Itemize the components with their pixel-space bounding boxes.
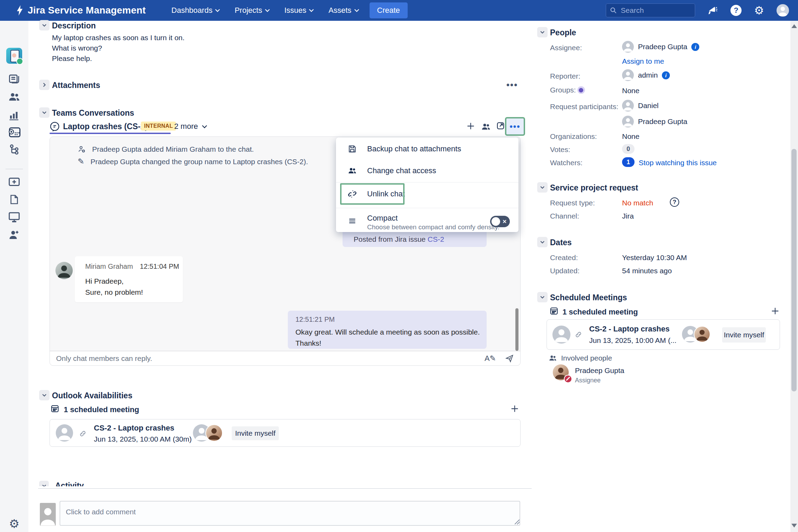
search-box[interactable] xyxy=(606,3,695,17)
meetings-title: Scheduled Meetings xyxy=(550,293,627,302)
scheduled-meeting-card[interactable]: CS-2 - Laptop crashes Jun 13, 2025, 10:0… xyxy=(547,319,780,350)
customers-icon[interactable] xyxy=(0,91,28,103)
reports-icon[interactable] xyxy=(0,109,28,121)
compact-toggle[interactable]: ✕ xyxy=(490,216,510,227)
link-icon xyxy=(79,430,87,437)
participant-name[interactable]: Pradeep Gupta xyxy=(638,117,687,126)
outlook-calendar-icon[interactable] xyxy=(0,126,28,139)
send-icon[interactable] xyxy=(505,354,514,363)
question-circle-icon[interactable]: ? xyxy=(670,197,679,207)
settings-gear-icon[interactable]: ⚙ xyxy=(754,5,764,16)
add-meeting-plus-icon[interactable] xyxy=(770,306,780,316)
chat-members-icon[interactable] xyxy=(481,122,491,132)
assignee-label: Assignee: xyxy=(550,44,582,52)
hierarchy-icon[interactable] xyxy=(0,143,28,156)
scroll-down-arrow[interactable] xyxy=(791,524,797,527)
person-add-icon xyxy=(78,145,86,153)
search-input[interactable] xyxy=(620,6,687,15)
chat-more-options-button[interactable]: ••• xyxy=(505,117,525,136)
ellipsis-icon: ••• xyxy=(509,125,520,128)
invite-myself-button[interactable]: Invite myself xyxy=(232,426,279,440)
textarea-resize-handle[interactable] xyxy=(515,520,520,524)
involved-people-icon xyxy=(549,354,557,362)
user-avatar[interactable] xyxy=(777,4,789,17)
chat-scrollbar-thumb[interactable] xyxy=(515,308,518,351)
open-in-teams-icon[interactable] xyxy=(496,121,506,131)
invite-myself-button[interactable]: Invite myself xyxy=(722,327,766,343)
message-time: 12:51:04 PM xyxy=(140,263,179,271)
nav-dashboards[interactable]: Dashboards xyxy=(171,6,220,15)
assign-to-me-link[interactable]: Assign to me xyxy=(622,57,664,65)
people-collapse-chevron[interactable] xyxy=(537,27,548,37)
menu-item-backup-chat[interactable]: Backup chat to attachments xyxy=(336,138,518,160)
nav-projects[interactable]: Projects xyxy=(234,6,269,15)
queues-icon[interactable] xyxy=(0,73,28,85)
meetings-collapse-chevron[interactable] xyxy=(537,292,548,302)
chevron-down-icon xyxy=(540,294,545,300)
outlook-meeting-card[interactable]: CS-2 - Laptop crashes Jun 13, 2025, 10:0… xyxy=(50,419,521,447)
internal-badge: INTERNAL xyxy=(141,122,176,131)
teams-collapse-chevron[interactable] xyxy=(39,107,50,118)
project-avatar[interactable] xyxy=(0,48,28,64)
meeting-title: CS-2 - Laptop crashes xyxy=(94,424,174,433)
add-shortcut-icon[interactable] xyxy=(0,177,28,187)
request-type-label: Request type: xyxy=(550,199,595,207)
outlook-collapse-chevron[interactable] xyxy=(39,390,50,400)
more-chats-dropdown[interactable]: 2 more xyxy=(174,122,207,131)
attachments-expand-chevron[interactable] xyxy=(39,80,50,90)
description-line: Please help. xyxy=(52,54,92,63)
description-collapse-chevron[interactable] xyxy=(39,20,50,30)
desktop-icon[interactable] xyxy=(0,211,28,223)
megaphone-icon[interactable] xyxy=(708,5,718,16)
participant-avatar xyxy=(622,100,634,112)
top-navbar: Jira Service Management Dashboards Proje… xyxy=(0,0,798,21)
nav-assets[interactable]: Assets xyxy=(328,6,359,15)
create-button[interactable]: Create xyxy=(370,2,408,18)
meetings-count: 1 scheduled meeting xyxy=(562,308,638,317)
activity-collapse-chevron[interactable] xyxy=(39,481,49,486)
attendee-avatar-photo xyxy=(205,424,223,442)
system-message: Pradeep Gupta added Miriam Graham to the… xyxy=(78,145,254,153)
help-icon[interactable]: ? xyxy=(730,5,742,16)
activity-divider xyxy=(38,488,532,489)
sidebar-divider xyxy=(6,169,23,169)
add-meeting-plus-icon[interactable] xyxy=(510,404,520,414)
project-settings-gear-icon[interactable]: ⚙ xyxy=(0,517,28,531)
attachments-title: Attachments xyxy=(52,81,100,90)
app-logo[interactable]: Jira Service Management xyxy=(15,5,146,16)
chat-tab-title[interactable]: Laptop crashes (CS-2) xyxy=(63,122,148,131)
description-line: My laptop crashes as soon as I turn it o… xyxy=(52,34,185,42)
scroll-up-arrow[interactable] xyxy=(791,24,797,28)
message-author: Miriam Graham xyxy=(85,263,133,271)
stop-watching-link[interactable]: Stop watching this issue xyxy=(639,159,717,167)
system-message: ✎ Pradeep Gupta changed the group name t… xyxy=(78,157,308,166)
new-chat-plus-icon[interactable] xyxy=(466,121,476,131)
issue-details-panel: People Assignee: Pradeep Gupta i Assign … xyxy=(533,21,790,532)
issue-link[interactable]: CS-2 xyxy=(428,235,444,243)
format-text-icon[interactable]: A✎ xyxy=(485,354,496,363)
participant-name[interactable]: Daniel xyxy=(638,101,659,110)
info-icon[interactable]: i xyxy=(691,43,699,51)
attendee-avatar-photo xyxy=(694,326,710,343)
menu-item-change-access[interactable]: Change chat access xyxy=(336,160,518,181)
request-collapse-chevron[interactable] xyxy=(537,182,548,193)
nav-issues[interactable]: Issues xyxy=(284,6,314,15)
comment-input[interactable] xyxy=(60,501,520,526)
participants-label: Request participants: xyxy=(550,103,618,111)
bolt-icon xyxy=(15,5,24,16)
comment-user-avatar xyxy=(40,503,56,526)
assignee-name[interactable]: Pradeep Gupta xyxy=(638,43,687,51)
request-type-value: No match xyxy=(622,199,653,207)
dates-collapse-chevron[interactable] xyxy=(537,237,548,247)
meeting-datetime: Jun 13, 2025, 10:00 AM (30m) xyxy=(94,435,192,443)
invite-people-icon[interactable] xyxy=(0,229,28,241)
chat-reply-bar: Only chat members can reply. A✎ xyxy=(50,351,520,365)
compact-description: Choose between compact and comfy density… xyxy=(367,223,499,231)
people-title: People xyxy=(550,28,576,37)
description-title: Description xyxy=(52,21,96,30)
reporter-name[interactable]: admin xyxy=(638,71,658,79)
info-icon[interactable]: i xyxy=(662,71,670,79)
document-icon[interactable] xyxy=(0,193,28,206)
page-scrollbar-thumb[interactable] xyxy=(791,149,797,391)
attachments-more-icon[interactable]: ••• xyxy=(506,80,518,90)
